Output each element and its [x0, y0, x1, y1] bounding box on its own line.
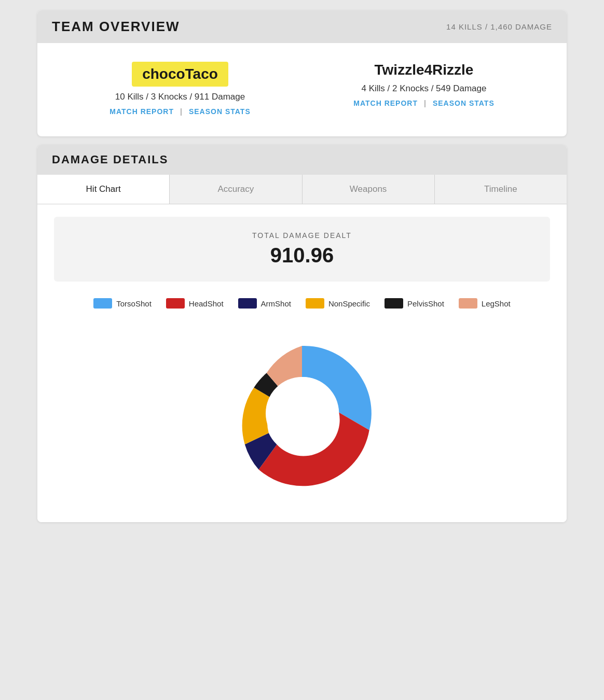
- link-divider-1: |: [180, 107, 183, 116]
- player-1-links: MATCH REPORT | SEASON STATS: [109, 107, 250, 116]
- legend-label-torso: TorsoShot: [116, 299, 152, 308]
- legend-item-arm: ArmShot: [238, 298, 291, 309]
- legend-label-pelvis: PelvisShot: [407, 299, 444, 308]
- legend-item-torso: TorsoShot: [93, 298, 152, 309]
- legend-swatch-torso: [93, 298, 112, 309]
- player-2-links: MATCH REPORT | SEASON STATS: [353, 99, 494, 107]
- legend-swatch-leg: [459, 298, 477, 309]
- legend-item-pelvis: PelvisShot: [385, 298, 444, 309]
- legend-label-arm: ArmShot: [261, 299, 291, 308]
- donut-container: [54, 325, 550, 501]
- team-overview-card: TEAM OVERVIEW 14 KILLS / 1,460 DAMAGE ch…: [37, 10, 567, 136]
- legend-label-leg: LegShot: [482, 299, 511, 308]
- legend-swatch-head: [166, 298, 185, 309]
- total-damage-label: TOTAL DAMAGE DEALT: [68, 231, 536, 240]
- player-2-name: Twizzle4Rizzle: [375, 62, 474, 78]
- player-1-name: chocoTaco: [132, 62, 228, 87]
- main-container: TEAM OVERVIEW 14 KILLS / 1,460 DAMAGE ch…: [37, 10, 567, 522]
- damage-details-title: DAMAGE DETAILS: [52, 153, 168, 166]
- legend-item-leg: LegShot: [459, 298, 511, 309]
- team-overview-body: chocoTaco 10 Kills / 3 Knocks / 911 Dama…: [37, 43, 567, 136]
- legend-swatch-pelvis: [385, 298, 403, 309]
- donut-chart: [214, 325, 390, 501]
- legend-item-head: HeadShot: [166, 298, 224, 309]
- tabs-container: Hit Chart Accuracy Weapons Timeline: [37, 175, 567, 204]
- player-section-2: Twizzle4Rizzle 4 Kills / 2 Knocks / 549 …: [353, 62, 494, 107]
- player-1-stats: 10 Kills / 3 Knocks / 911 Damage: [115, 92, 245, 102]
- legend-swatch-nonspecific: [306, 298, 324, 309]
- legend-item-nonspecific: NonSpecific: [306, 298, 370, 309]
- tab-timeline[interactable]: Timeline: [435, 175, 567, 204]
- team-overview-title: TEAM OVERVIEW: [52, 19, 180, 35]
- player-2-match-report-link[interactable]: MATCH REPORT: [353, 99, 418, 107]
- legend-label-nonspecific: NonSpecific: [328, 299, 370, 308]
- total-damage-box: TOTAL DAMAGE DEALT 910.96: [54, 217, 550, 282]
- player-section-1: chocoTaco 10 Kills / 3 Knocks / 911 Dama…: [109, 62, 250, 116]
- chart-area: TOTAL DAMAGE DEALT 910.96 TorsoShot Head…: [37, 204, 567, 522]
- legend-label-head: HeadShot: [189, 299, 224, 308]
- player-1-match-report-link[interactable]: MATCH REPORT: [109, 107, 174, 116]
- damage-details-card: DAMAGE DETAILS Hit Chart Accuracy Weapon…: [37, 145, 567, 522]
- player-2-season-stats-link[interactable]: SEASON STATS: [433, 99, 495, 107]
- damage-details-header: DAMAGE DETAILS: [37, 145, 567, 175]
- team-overview-stats: 14 KILLS / 1,460 DAMAGE: [446, 22, 552, 31]
- donut-hole: [266, 377, 338, 450]
- player-1-season-stats-link[interactable]: SEASON STATS: [189, 107, 251, 116]
- total-damage-value: 910.96: [68, 244, 536, 267]
- tab-hit-chart[interactable]: Hit Chart: [37, 175, 170, 204]
- tab-weapons[interactable]: Weapons: [303, 175, 435, 204]
- legend-container: TorsoShot HeadShot ArmShot NonSpecific P…: [54, 298, 550, 309]
- link-divider-2: |: [424, 99, 427, 107]
- team-overview-header: TEAM OVERVIEW 14 KILLS / 1,460 DAMAGE: [37, 10, 567, 43]
- player-2-stats: 4 Kills / 2 Knocks / 549 Damage: [362, 83, 487, 94]
- legend-swatch-arm: [238, 298, 257, 309]
- tab-accuracy[interactable]: Accuracy: [170, 175, 302, 204]
